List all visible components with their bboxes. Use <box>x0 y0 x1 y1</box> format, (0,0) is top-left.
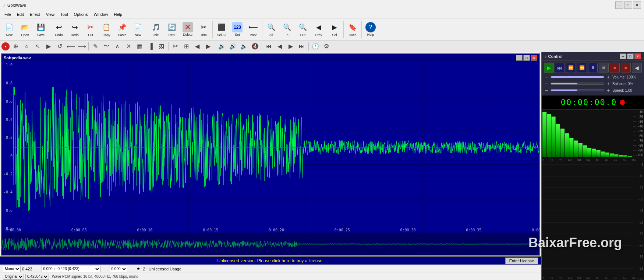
tb2-image[interactable]: 🖼 <box>156 42 167 51</box>
tb2-rewind[interactable]: ⟵ <box>66 42 76 51</box>
speed-plus-icon[interactable]: + <box>606 88 611 93</box>
tb-prev2[interactable]: ◀ Prev <box>311 20 326 39</box>
menu-file[interactable]: File <box>1 11 14 17</box>
tb-sel[interactable]: ▶ Sel <box>327 20 342 39</box>
tb2-pencil[interactable]: ✎ <box>90 42 100 51</box>
tb2-skip-start[interactable]: ⏮ <box>263 42 274 51</box>
info-range-select[interactable]: 0.000 to 0.423 (0.423) <box>42 266 100 272</box>
tb-selall[interactable]: ⬛ Sel All <box>214 20 229 39</box>
tb2-loop[interactable]: ↺ <box>54 42 65 51</box>
menu-effect[interactable]: Effect <box>27 11 43 17</box>
menu-help[interactable]: Help <box>111 11 125 17</box>
channel-select[interactable]: Mono <box>3 266 21 272</box>
tb-copy-label: Copy <box>102 34 110 37</box>
fast-fwd-button[interactable]: ⏩ <box>566 63 576 73</box>
wave-close-btn[interactable]: ✕ <box>531 55 537 61</box>
tb2-bars[interactable]: ▐ <box>145 42 156 51</box>
wave-minimize-btn[interactable]: ─ <box>516 55 523 61</box>
tb-repl[interactable]: 🔄 Repl <box>164 20 180 39</box>
speed-minus-icon[interactable]: − <box>544 88 549 93</box>
minimize-button[interactable]: ─ <box>615 1 623 9</box>
tb2-spectrum[interactable]: ▦ <box>134 42 145 51</box>
tb-save[interactable]: 💾 Save <box>33 20 49 39</box>
tb2-vol-down[interactable]: 🔉 <box>217 42 227 51</box>
menu-tool[interactable]: Tool <box>57 11 71 17</box>
tb2-settings[interactable]: ⚙ <box>321 42 332 51</box>
record-button[interactable]: ● <box>610 63 620 73</box>
info-value2-select[interactable]: 0.000 <box>110 266 127 272</box>
control-maximize-btn[interactable]: □ <box>627 53 634 59</box>
volume-minus-icon[interactable]: − <box>544 74 549 80</box>
tb2-rewind2[interactable]: ◀ <box>275 42 285 51</box>
tb-set[interactable]: 123 Set <box>230 20 245 39</box>
tb-in[interactable]: 🔍 In <box>279 20 295 39</box>
tb2-select[interactable]: ○ <box>21 42 32 51</box>
tb2-zoom-in[interactable]: ◀ <box>192 42 202 51</box>
tb-all[interactable]: 🔍 All <box>263 20 279 39</box>
tb-cues[interactable]: 🔖 Cues <box>345 20 360 39</box>
tb2-play-sel[interactable]: ▶ <box>43 42 54 51</box>
pause-button[interactable]: ⏸ <box>588 63 598 73</box>
tb2-wave[interactable]: 〜 <box>101 42 112 51</box>
tb2-scissors[interactable]: ✂ <box>170 42 180 51</box>
tb-trim[interactable]: ✂ Trim <box>196 20 211 39</box>
original-select[interactable]: Original <box>3 274 24 280</box>
speed-slider[interactable] <box>551 89 604 91</box>
control-close-btn[interactable]: ✕ <box>634 53 641 59</box>
prev-transport-btn[interactable]: ◀ <box>632 63 642 73</box>
tb2-zoom-out[interactable]: ▶ <box>203 42 213 51</box>
tb2-snap[interactable]: ⊞ <box>181 42 191 51</box>
status-bar[interactable]: Unlicensed version. Please click here to… <box>0 256 541 265</box>
volume-plus-icon[interactable]: + <box>606 74 611 80</box>
tb2-cursor[interactable]: ↖ <box>32 42 43 51</box>
tb2-forward[interactable]: ⟶ <box>77 42 87 51</box>
waveform-container <box>1 62 539 255</box>
close-button[interactable]: ✕ <box>633 1 641 9</box>
tb2-vol3[interactable]: 🔇 <box>250 42 260 51</box>
tb2-stop[interactable]: ● <box>1 42 10 50</box>
menu-window[interactable]: Window <box>91 11 111 17</box>
wave-restore-btn[interactable]: □ <box>523 55 530 61</box>
tb-new[interactable]: 📄 New <box>1 20 17 39</box>
tb2-skip-end[interactable]: ⏭ <box>297 42 307 51</box>
tb2-clock[interactable]: 🕐 <box>310 42 321 51</box>
tb-out[interactable]: 🔍 Out <box>295 20 311 39</box>
tb2-forward2[interactable]: ▶ <box>286 42 296 51</box>
skip-end-button[interactable]: ⏭ <box>555 63 565 73</box>
status-message[interactable]: Unlicensed version. Please click here to… <box>217 258 324 263</box>
tb-redo[interactable]: ↪ Redo <box>67 20 82 39</box>
play-button[interactable]: ▶ <box>544 63 554 73</box>
tb2-cross[interactable]: ✕ <box>123 42 134 51</box>
tb-paste[interactable]: 📌 Paste <box>114 20 130 39</box>
balance-plus-icon[interactable]: + <box>606 81 611 86</box>
tb-delete[interactable]: ✕ Delete <box>180 20 195 39</box>
maximize-button[interactable]: □ <box>624 1 632 9</box>
tb-set-label: Set <box>235 33 240 36</box>
tb-undo[interactable]: ↩ Undo <box>51 20 67 39</box>
tb-open[interactable]: 📂 Open <box>17 20 33 39</box>
waveform-main[interactable] <box>1 62 539 233</box>
balance-slider[interactable] <box>551 83 604 85</box>
balance-minus-icon[interactable]: − <box>544 81 549 86</box>
original-value-select[interactable]: 0.423042 <box>25 274 49 280</box>
control-minimize-btn[interactable]: ─ <box>620 53 626 59</box>
stop-button[interactable]: ⏹ <box>599 63 609 73</box>
record2-button[interactable]: ● <box>621 63 631 73</box>
menu-options[interactable]: Options <box>71 11 91 17</box>
tb-copy[interactable]: 📋 Copy <box>99 20 114 39</box>
volume-slider[interactable] <box>551 76 604 78</box>
waveform-overview[interactable] <box>1 233 539 255</box>
tb-help[interactable]: ? Help <box>363 20 378 39</box>
tb-cut[interactable]: ✂ Cut <box>83 20 98 39</box>
rewind-button[interactable]: ⏪ <box>577 63 587 73</box>
menu-view[interactable]: View <box>43 11 58 17</box>
enter-license-button[interactable]: Enter License <box>505 258 538 264</box>
tb2-vol-up[interactable]: 🔈 <box>239 42 249 51</box>
tb2-move[interactable]: ⊕ <box>10 42 21 51</box>
tb2-envelope[interactable]: ∧ <box>112 42 123 51</box>
tb-mix[interactable]: 🎵 Mix <box>148 20 164 39</box>
tb-new2[interactable]: 📄 New <box>130 20 146 39</box>
menu-edit[interactable]: Edit <box>14 11 27 17</box>
tb2-vol-mute[interactable]: 🔊 <box>228 42 238 51</box>
tb-prev[interactable]: ⟵ Prev <box>245 20 261 39</box>
